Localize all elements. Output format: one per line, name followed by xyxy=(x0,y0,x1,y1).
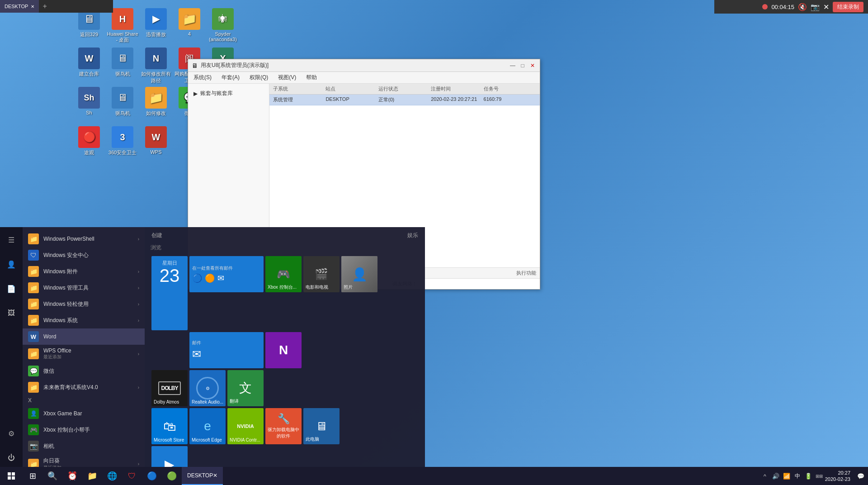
app-item-xbox-helper[interactable]: 🎮 Xbox 控制台小帮手 xyxy=(23,422,145,438)
desktop-icon-huawei[interactable]: H Huawei Share - 桌面 xyxy=(107,8,138,47)
tray-battery[interactable]: 🔋 xyxy=(803,471,813,481)
folder-icon: 📁 xyxy=(28,266,39,277)
app-item-admin-tools[interactable]: 📁 Windows 管理工具 › xyxy=(23,280,145,296)
desktop-icon-pc2[interactable]: 🖥 驱鸟机 xyxy=(107,87,138,125)
app-item-wps[interactable]: 📁 WPS Office 最近添加 › xyxy=(23,345,145,363)
recording-time: 00:04:15 xyxy=(771,4,794,10)
tray-more-icons[interactable]: ⊞⊞ xyxy=(814,471,824,481)
chrome-button[interactable]: 🌐 xyxy=(102,467,122,485)
tile-photos[interactable]: 👤 照片 xyxy=(341,256,377,292)
close-button[interactable]: ✕ xyxy=(529,62,536,69)
tray-input-cn[interactable]: 中 xyxy=(793,471,802,481)
desktop-icon-spyder[interactable]: 🕷 Spyder (anaconda3) xyxy=(207,8,239,47)
camera-button[interactable]: 📷 xyxy=(811,3,820,11)
tab-text: DESKTOP xyxy=(187,472,213,479)
app-item-sunflower[interactable]: 📁 向日葵 最近添加 › xyxy=(23,454,145,467)
tile-onenote[interactable]: N xyxy=(265,332,302,368)
tray-network[interactable]: 📶 xyxy=(782,471,792,481)
explorer-button[interactable]: 📁 xyxy=(82,467,102,485)
app-item-word[interactable]: W Word xyxy=(23,328,145,345)
app-item-camera[interactable]: 📷 相机 xyxy=(23,438,145,454)
tile-movies[interactable]: 🎬 电影和电视 xyxy=(303,256,340,292)
app-item-gamebar[interactable]: 👤 Xbox Game Bar xyxy=(23,405,145,422)
close-recording-button[interactable]: ✕ xyxy=(823,3,829,11)
taskbar: ⊞ 🔍 ⏰ 📁 🌐 🛡 🔵 🟢 DESKTOP ✕ ^ 🔊 📶 中 🔋 ⊞⊞ 2… xyxy=(0,467,868,485)
clock-time: 20:27 xyxy=(825,470,850,476)
search-button[interactable]: 🔍 xyxy=(42,467,62,485)
tab-close[interactable]: ✕ xyxy=(213,472,217,479)
desktop-icon-jianbei[interactable]: 🖥 返回329 xyxy=(73,8,105,47)
app2-button[interactable]: 🟢 xyxy=(162,467,182,485)
sys-window-title: 用友U8[系统管理员(演示版)] xyxy=(201,62,506,69)
document-icon[interactable]: 📄 xyxy=(2,280,20,298)
thispc-label: 此电脑 xyxy=(306,436,319,442)
tile-mail-2[interactable]: 邮件 ✉ xyxy=(189,332,264,368)
qudong-label: 驱力卸载电脑中的软件 xyxy=(268,427,299,439)
tile-xbox[interactable]: 🎮 Xbox 控制台... xyxy=(265,256,302,292)
settings-icon[interactable]: ⚙ xyxy=(2,424,20,442)
cortana-button[interactable]: ⏰ xyxy=(62,467,82,485)
clock-area[interactable]: 20:27 2020-02-23 xyxy=(825,470,855,483)
sys-table-row[interactable]: 系统管理 DESKTOP 正常(0) 2020-02-23 20:27:21 6… xyxy=(269,95,540,105)
power-icon[interactable]: ⏻ xyxy=(2,449,20,467)
tile-thispc[interactable]: 🖥 此电脑 xyxy=(303,408,340,444)
desktop-icon-folder2[interactable]: 📁 如何修改 xyxy=(140,87,172,125)
app-item-wechat[interactable]: 💬 微信 xyxy=(23,363,145,379)
desktop-icon-note[interactable]: N 如何修改所有路径 xyxy=(140,48,172,86)
user-icon[interactable]: 👤 xyxy=(2,255,20,273)
chevron-icon: › xyxy=(138,352,139,357)
chevron-icon: › xyxy=(138,385,139,390)
tab-close-icon[interactable]: ✕ xyxy=(31,4,34,9)
hamburger-menu-icon[interactable]: ☰ xyxy=(2,231,20,249)
tray-expand[interactable]: ^ xyxy=(760,471,770,481)
menu-system[interactable]: 系统(S) xyxy=(192,73,213,82)
desktop-icon-wps[interactable]: W WPS xyxy=(140,126,172,165)
menu-permission[interactable]: 权限(Q) xyxy=(248,73,270,82)
tile-tencent[interactable]: ▶ 腾讯视频 xyxy=(151,446,188,467)
menu-help[interactable]: 帮助 xyxy=(304,73,319,82)
col-status: 运行状态 xyxy=(378,86,431,92)
desktop-icon-sh[interactable]: Sh Sh xyxy=(73,87,105,125)
maximize-button[interactable]: □ xyxy=(519,62,526,69)
taskview-button[interactable]: ⊞ xyxy=(23,467,42,485)
app-item-powershell[interactable]: 📁 Windows PowerShell › xyxy=(23,231,145,247)
tile-calendar[interactable]: 星期日 23 xyxy=(151,256,188,330)
desktop: DESKTOP ✕ + 00:04:15 🔇 📷 ✕ 结束录制 🖥 返回329 … xyxy=(0,0,868,485)
menu-year[interactable]: 年套(A) xyxy=(220,73,241,82)
desktop-icon-xunlei[interactable]: ▶ 迅雷播放 xyxy=(140,8,172,47)
start-button[interactable] xyxy=(0,467,23,485)
tile-dolby[interactable]: DOLBY Dolby Atmos xyxy=(151,370,188,406)
desktop-icon-folder4[interactable]: 📁 4 xyxy=(174,8,205,47)
app-item-security[interactable]: 🛡 Windows 安全中心 xyxy=(23,247,145,263)
desktop-icon-360[interactable]: 3 360安全卫士 xyxy=(107,126,138,165)
desktop-tab[interactable]: DESKTOP ✕ xyxy=(0,0,39,13)
menu-view[interactable]: 视图(V) xyxy=(276,73,298,82)
new-tab-button[interactable]: + xyxy=(39,0,50,12)
photos-icon[interactable]: 🖼 xyxy=(2,304,20,322)
antivirus-button[interactable]: 🛡 xyxy=(122,467,142,485)
app1-button[interactable]: 🔵 xyxy=(142,467,162,485)
app-item-system[interactable]: 📁 Windows 系统 › xyxy=(23,312,145,328)
tile-store[interactable]: 🛍 Microsoft Store xyxy=(151,408,188,444)
tile-qudong[interactable]: 🔧 驱力卸载电脑中的软件 xyxy=(265,408,302,444)
tile-edge[interactable]: e Microsoft Edge xyxy=(189,408,226,444)
minimize-button[interactable]: — xyxy=(509,62,516,69)
app-item-accessories[interactable]: 📁 Windows 附件 › xyxy=(23,263,145,280)
app-item-ease-access[interactable]: 📁 Windows 轻松使用 › xyxy=(23,296,145,312)
app-item-exam[interactable]: 📁 未来教育考试系统V4.0 › xyxy=(23,379,145,395)
end-recording-button[interactable]: 结束录制 xyxy=(833,2,863,12)
desktop-icon-pc[interactable]: 🖥 驱鸟机 xyxy=(107,48,138,86)
tile-mail[interactable]: 在一处查看所有邮件 🔵 🟠 ✉ xyxy=(189,256,264,292)
nvidia-label: NVIDIA Contr... xyxy=(230,437,260,442)
tile-nvidia[interactable]: NVIDIA NVIDIA Contr... xyxy=(227,408,264,444)
mail-icons: 🔵 🟠 ✉ xyxy=(192,273,224,283)
tile-translate[interactable]: 文 翻译 xyxy=(227,370,264,406)
tile-realtek[interactable]: ⚙ Realtek Audio... xyxy=(189,370,226,406)
sidebar-item-accounts[interactable]: ▶ 账套与账套库 xyxy=(188,87,269,100)
tray-sound[interactable]: 🔊 xyxy=(771,471,781,481)
desktop-icon-word[interactable]: W 建立合库 xyxy=(73,48,105,86)
desktop-taskbar-tab[interactable]: DESKTOP ✕ xyxy=(182,467,223,485)
action-center-icon[interactable]: 💬 xyxy=(856,471,866,481)
mute-button[interactable]: 🔇 xyxy=(798,3,807,11)
desktop-icon-tuoguan[interactable]: 🔴 途观 xyxy=(73,126,105,165)
